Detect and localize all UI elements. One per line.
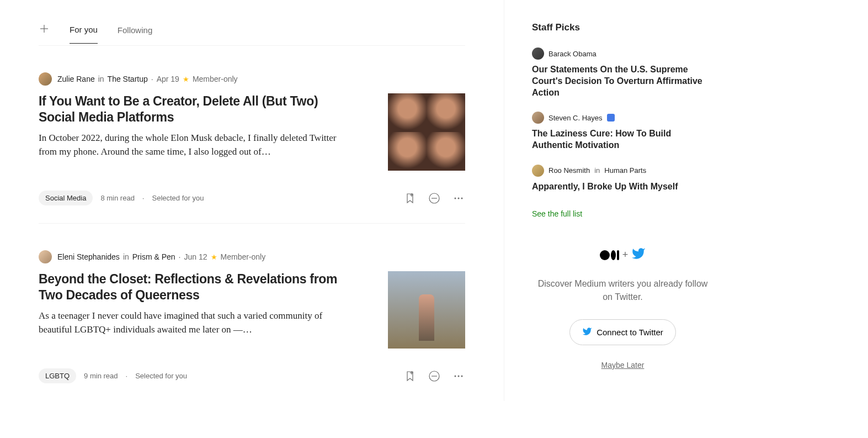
medium-logo-icon (600, 250, 619, 260)
twitter-medium-icons: + (532, 246, 713, 264)
pick-author-avatar[interactable] (532, 112, 544, 124)
twitter-bird-icon (631, 246, 646, 264)
in-text: in (98, 75, 104, 83)
show-less-icon[interactable] (428, 192, 441, 205)
see-full-list-link[interactable]: See the full list (532, 209, 582, 218)
separator-dot: · (126, 372, 128, 380)
add-tab-icon[interactable] (39, 23, 50, 45)
pick-author-name[interactable]: Roo Nesmith (549, 166, 590, 175)
staff-picks-title: Staff Picks (532, 22, 713, 33)
publish-date: Jun 12 (184, 252, 207, 261)
pick-title[interactable]: Our Statements On the U.S. Supreme Court… (532, 64, 713, 98)
publication-name[interactable]: The Startup (108, 75, 148, 83)
pick-title[interactable]: The Laziness Cure: How To Build Authenti… (532, 128, 713, 151)
connect-twitter-label: Connect to Twitter (597, 328, 663, 337)
tab-for-you[interactable]: For you (70, 25, 98, 44)
verified-badge-icon (607, 114, 615, 122)
twitter-connect-box: + Discover Medium writers you already fo… (532, 246, 713, 370)
article-thumbnail[interactable] (388, 271, 465, 349)
publication-name[interactable]: Prism & Pen (132, 252, 175, 261)
pick-author-name[interactable]: Barack Obama (549, 50, 597, 58)
svg-point-7 (458, 197, 460, 199)
article-thumbnail[interactable] (388, 93, 465, 171)
svg-point-13 (455, 375, 456, 377)
article-title[interactable]: If You Want to Be a Creator, Delete All … (39, 93, 355, 125)
article-excerpt[interactable]: In October 2022, during the whole Elon M… (39, 131, 355, 159)
read-time: 8 min read (100, 194, 134, 202)
bookmark-icon[interactable] (403, 370, 417, 383)
more-options-icon[interactable] (452, 370, 465, 383)
separator-dot: · (179, 252, 181, 261)
selected-label: Selected for you (152, 194, 204, 202)
pick-author-avatar[interactable] (532, 48, 544, 60)
feed-tabs: For you Following (39, 0, 465, 46)
staff-pick-item: Steven C. Hayes The Laziness Cure: How T… (532, 112, 713, 151)
separator-dot: · (151, 75, 153, 83)
article-excerpt[interactable]: As a teenager I never could have imagine… (39, 309, 355, 337)
member-only-label: Member-only (221, 252, 266, 261)
show-less-icon[interactable] (428, 370, 441, 383)
author-avatar[interactable] (39, 72, 52, 86)
member-star-icon: ★ (183, 75, 189, 83)
read-time: 9 min read (84, 372, 118, 380)
svg-point-6 (455, 197, 456, 199)
twitter-prompt-text: Discover Medium writers you already foll… (532, 277, 713, 304)
tab-following[interactable]: Following (118, 25, 152, 44)
member-star-icon: ★ (211, 253, 217, 261)
article-card: Zulie Rane in The Startup · Apr 19 ★ Mem… (39, 46, 465, 224)
author-name[interactable]: Zulie Rane (57, 75, 95, 83)
publish-date: Apr 19 (157, 75, 179, 83)
topic-tag[interactable]: LGBTQ (39, 368, 76, 383)
pick-author-avatar[interactable] (532, 165, 544, 177)
maybe-later-link[interactable]: Maybe Later (532, 361, 713, 370)
pick-author-name[interactable]: Steven C. Hayes (549, 114, 603, 122)
more-options-icon[interactable] (452, 192, 465, 205)
in-text: in (594, 166, 600, 175)
bookmark-icon[interactable] (403, 192, 417, 205)
svg-point-15 (461, 375, 463, 377)
article-card: Eleni Stephanides in Prism & Pen · Jun 1… (39, 224, 465, 401)
staff-pick-item: Roo Nesmith in Human Parts Apparently, I… (532, 165, 713, 193)
pick-title[interactable]: Apparently, I Broke Up With Myself (532, 181, 713, 193)
topic-tag[interactable]: Social Media (39, 191, 93, 205)
selected-label: Selected for you (135, 372, 187, 380)
separator-dot: · (142, 194, 145, 202)
plus-icon: + (622, 249, 629, 261)
article-meta: Eleni Stephanides in Prism & Pen · Jun 1… (39, 250, 465, 263)
pick-publication[interactable]: Human Parts (604, 166, 646, 175)
twitter-bird-icon (582, 326, 592, 338)
article-meta: Zulie Rane in The Startup · Apr 19 ★ Mem… (39, 72, 465, 86)
connect-twitter-button[interactable]: Connect to Twitter (569, 319, 676, 345)
member-only-label: Member-only (193, 75, 238, 83)
author-avatar[interactable] (39, 250, 52, 263)
article-title[interactable]: Beyond the Closet: Reflections & Revelat… (39, 271, 355, 303)
svg-point-8 (461, 197, 463, 199)
svg-point-14 (458, 375, 460, 377)
author-name[interactable]: Eleni Stephanides (57, 252, 120, 261)
in-text: in (123, 252, 129, 261)
staff-pick-item: Barack Obama Our Statements On the U.S. … (532, 48, 713, 98)
